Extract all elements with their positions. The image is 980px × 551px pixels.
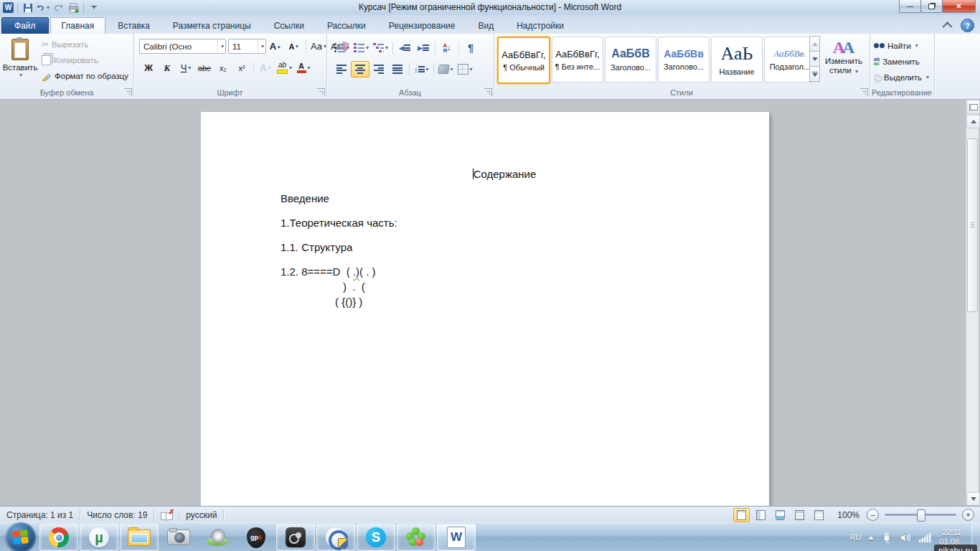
zoom-in-button[interactable]: + xyxy=(962,509,974,521)
italic-button[interactable]: К xyxy=(158,60,176,76)
draft-view-button[interactable] xyxy=(811,508,827,522)
styles-dialog-launcher[interactable] xyxy=(860,88,868,96)
clipboard-dialog-launcher[interactable] xyxy=(124,88,132,96)
show-formatting-marks-button[interactable]: ¶ xyxy=(461,39,480,56)
close-button[interactable]: ✕ xyxy=(942,0,976,13)
taskbar-media-converter[interactable] xyxy=(199,524,236,550)
document-page[interactable]: Содержание Введение 1.Теоретическая част… xyxy=(201,112,769,506)
align-center-button[interactable] xyxy=(351,61,369,77)
scrollbar-track[interactable] xyxy=(966,138,979,493)
style-subtitle[interactable]: АаБбВв. Подзагол... xyxy=(764,37,816,83)
font-size-combobox[interactable]: 11 ▾ xyxy=(228,39,266,54)
decrease-indent-button[interactable]: ◀ xyxy=(395,39,414,56)
styles-gallery-more-button[interactable] xyxy=(809,66,820,82)
tab-home[interactable]: Главная xyxy=(50,17,106,34)
paste-button[interactable]: Вставить ▾ xyxy=(3,36,37,90)
outline-view-button[interactable] xyxy=(791,508,808,522)
taskbar-security-app[interactable] xyxy=(316,524,355,551)
speaker-icon[interactable] xyxy=(900,532,912,543)
zoom-slider-handle[interactable] xyxy=(917,509,925,522)
shading-button[interactable]: ▾ xyxy=(436,61,456,77)
tab-insert[interactable]: Вставка xyxy=(107,18,161,34)
zoom-slider-track[interactable] xyxy=(885,514,956,516)
sort-button[interactable]: АЯ ↓ xyxy=(438,39,456,56)
page-indicator[interactable]: Страница: 1 из 1 xyxy=(0,509,80,520)
network-signal-icon[interactable] xyxy=(919,532,932,542)
style-normal[interactable]: АаБбВвГг, ¶ Обычный xyxy=(497,37,550,84)
fullscreen-reading-view-button[interactable] xyxy=(753,508,769,522)
style-title[interactable]: АаЬ Название xyxy=(711,37,763,83)
tab-mailings[interactable]: Рассылки xyxy=(316,18,377,34)
tab-page-layout[interactable]: Разметка страницы xyxy=(162,18,262,34)
superscript-button[interactable]: x² xyxy=(232,60,251,76)
start-button[interactable] xyxy=(6,522,36,551)
zoom-out-button[interactable]: – xyxy=(867,509,879,521)
font-name-combobox[interactable]: Calibri (Осно ▾ xyxy=(139,39,226,54)
text-highlight-button[interactable]: ab▾ xyxy=(275,60,294,76)
numbering-button[interactable]: ▾ xyxy=(352,39,371,56)
grow-font-button[interactable]: A▲ xyxy=(266,38,285,55)
vertical-scrollbar[interactable] xyxy=(966,100,979,506)
show-hidden-icons-button[interactable] xyxy=(868,536,874,540)
tab-references[interactable]: Ссылки xyxy=(263,18,315,34)
increase-indent-button[interactable]: ▶ xyxy=(414,39,433,56)
strikethrough-button[interactable]: abe xyxy=(195,60,214,76)
doc-line[interactable]: Введение xyxy=(281,192,329,204)
scroll-up-button[interactable] xyxy=(966,115,980,128)
change-styles-button[interactable]: AA Изменить стили ▾ xyxy=(821,38,867,76)
tab-view[interactable]: Вид xyxy=(467,18,504,34)
taskbar-explorer[interactable] xyxy=(120,524,159,551)
paragraph-dialog-launcher[interactable] xyxy=(484,88,492,96)
tab-addins[interactable]: Надстройки xyxy=(506,18,575,34)
style-heading1[interactable]: АаБбВ Заголово... xyxy=(605,37,656,83)
doc-heading-line[interactable]: Содержание xyxy=(220,168,788,180)
tab-file[interactable]: Файл xyxy=(1,17,49,34)
word-count[interactable]: Число слов: 19 xyxy=(80,509,154,520)
ruler-toggle-button[interactable] xyxy=(966,100,980,114)
borders-button[interactable]: ▾ xyxy=(456,61,475,77)
scroll-down-button[interactable] xyxy=(966,492,980,506)
taskbar-icq[interactable] xyxy=(397,524,435,551)
bold-button[interactable]: Ж xyxy=(139,60,158,76)
line-spacing-button[interactable]: ↕ ▾ xyxy=(412,61,431,77)
replace-button[interactable]: abac Заменить xyxy=(874,54,934,69)
doc-line[interactable]: ( {()} ) xyxy=(335,296,362,308)
change-case-button[interactable]: Аа▾ xyxy=(308,38,329,55)
scrollbar-thumb[interactable] xyxy=(967,138,978,312)
subscript-button[interactable]: x₂ xyxy=(214,60,232,76)
style-heading2[interactable]: АаБбВв Заголово... xyxy=(658,37,710,83)
font-dialog-launcher[interactable] xyxy=(317,88,325,96)
format-painter-button[interactable]: Формат по образцу xyxy=(42,69,128,83)
web-layout-view-button[interactable] xyxy=(772,508,788,522)
doc-line[interactable]: 1.2. 8====D ( .)( . ) xyxy=(281,265,376,278)
taskbar-utorrent[interactable]: µ xyxy=(80,524,118,551)
taskbar-skype[interactable]: S xyxy=(357,524,395,551)
collapse-ribbon-button[interactable] xyxy=(942,20,955,32)
doc-line[interactable]: 1.1. Структура xyxy=(281,241,352,253)
select-button[interactable]: Выделить▾ xyxy=(874,70,934,85)
style-no-spacing[interactable]: АаБбВвГг, ¶ Без инте... xyxy=(552,37,603,83)
tab-review[interactable]: Рецензирование xyxy=(378,18,466,34)
bullets-button[interactable]: ▾ xyxy=(332,39,352,56)
language-indicator[interactable]: русский xyxy=(179,509,224,520)
taskbar-camera-app[interactable] xyxy=(160,524,197,550)
align-right-button[interactable] xyxy=(369,61,388,77)
language-switcher[interactable]: RU xyxy=(850,533,862,542)
print-layout-view-button[interactable] xyxy=(733,508,750,522)
shrink-font-button[interactable]: A▼ xyxy=(285,38,303,55)
power-plug-icon[interactable] xyxy=(881,532,892,543)
taskbar-guitar-pro[interactable]: gp6 xyxy=(237,524,275,550)
doc-line[interactable]: ) . ( xyxy=(343,281,365,293)
copy-button[interactable]: Копировать xyxy=(42,53,98,67)
taskbar-steam[interactable] xyxy=(276,524,315,551)
help-button[interactable]: ? xyxy=(961,19,974,32)
proofing-status[interactable]: ✗ xyxy=(154,509,179,520)
underline-button[interactable]: Ч▾ xyxy=(176,60,195,76)
cut-button[interactable]: ✂ Вырезать xyxy=(42,37,88,52)
restore-button[interactable] xyxy=(920,0,943,13)
font-color-button[interactable]: А▾ xyxy=(294,60,313,76)
justify-button[interactable] xyxy=(388,61,407,77)
styles-scroll-down-button[interactable] xyxy=(809,51,820,67)
align-left-button[interactable] xyxy=(332,61,351,77)
taskbar-chrome[interactable] xyxy=(39,524,78,551)
